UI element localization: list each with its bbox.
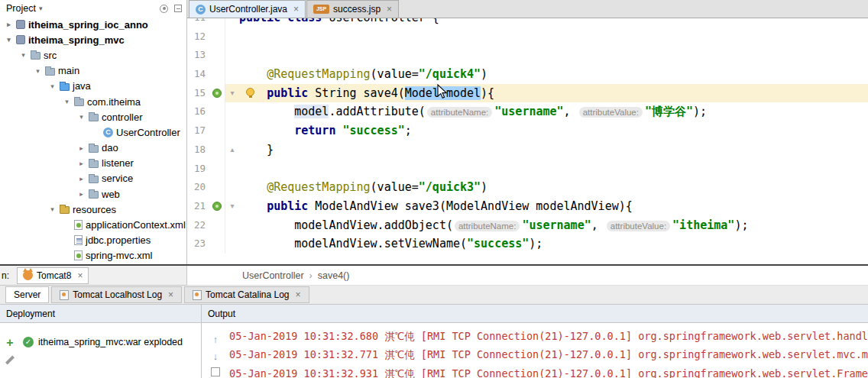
folder-icon (45, 68, 55, 76)
fold-end-icon[interactable]: ▴ (225, 141, 239, 160)
tree-item-label: itheima_spring_mvc (28, 34, 125, 46)
chevron-down-icon[interactable]: ▾ (47, 205, 58, 213)
tree-item-main[interactable]: ▾main (0, 63, 186, 79)
line-number[interactable]: 17 (187, 121, 210, 141)
tree-item-resources[interactable]: ▾resources (0, 202, 186, 217)
tomcat-icon (23, 270, 33, 280)
tree-item-itheima-spring-mvc[interactable]: ▾itheima_spring_mvc (0, 32, 186, 47)
line-number[interactable]: 16 (187, 102, 210, 121)
source-folder-icon (60, 83, 70, 91)
chevron-down-icon[interactable]: ▾ (76, 113, 87, 121)
tree-item-usercontroller[interactable]: CUserController (0, 124, 186, 140)
chevron-down-icon[interactable]: ▾ (32, 67, 44, 75)
spring-bean-icon[interactable] (212, 202, 222, 211)
tree-item-label: spring-mvc.xml (86, 250, 152, 261)
deployed-ok-icon: ✓ (23, 337, 34, 347)
close-icon[interactable]: × (293, 4, 299, 15)
chevron-right-icon[interactable]: ▸ (76, 144, 87, 152)
line-number[interactable]: 19 (187, 160, 210, 179)
run-panel-column-headers: Deployment Output (0, 305, 868, 323)
line-number[interactable]: 21 (187, 197, 210, 216)
code-token: "username" (522, 218, 591, 232)
tree-item-java[interactable]: ▾java (0, 79, 186, 94)
top-region: Project ▾ ▸itheima_spring_ioc_anno▾ithei… (0, 0, 868, 264)
fold-start-icon[interactable]: ▾ (225, 84, 239, 103)
line-number[interactable]: 23 (187, 234, 210, 254)
line-number[interactable]: 15 (187, 84, 210, 103)
soft-wrap-icon[interactable] (211, 367, 220, 376)
close-icon[interactable]: × (387, 4, 392, 15)
tree-item-listener[interactable]: ▸listener (0, 156, 186, 171)
gear-icon[interactable] (160, 5, 168, 13)
close-icon[interactable]: × (77, 270, 83, 281)
tree-item-dao[interactable]: ▸dao (0, 141, 186, 156)
intention-bulb-icon[interactable] (246, 88, 254, 96)
code-token: ); (734, 218, 748, 232)
line-number[interactable]: 18 (187, 141, 210, 160)
edit-icon[interactable] (5, 355, 15, 364)
add-icon[interactable]: + (6, 338, 13, 347)
highlighted-usage: model (294, 105, 329, 118)
line-text (239, 27, 868, 47)
line-number[interactable]: 13 (187, 46, 210, 65)
tree-item-web[interactable]: ▸web (0, 186, 186, 202)
line-text: public class UserController { (239, 18, 868, 27)
line-number[interactable]: 12 (187, 27, 210, 47)
fold-spacer (225, 160, 239, 179)
tree-item-src[interactable]: ▾src (0, 47, 186, 63)
deployment-item[interactable]: ✓ itheima_spring_mvc:war exploded (20, 337, 201, 347)
code-token: @RequestMapping (267, 180, 370, 194)
tab-tomcat-catalina-log[interactable]: Tomcat Catalina Log × (184, 286, 309, 303)
code-token: (value= (371, 180, 419, 194)
project-tree: ▸itheima_spring_ioc_anno▾itheima_spring_… (0, 17, 186, 263)
collapse-all-icon[interactable] (174, 5, 182, 12)
project-view-selector[interactable]: Project ▾ (6, 3, 42, 14)
chevron-down-icon[interactable]: ▾ (47, 82, 58, 90)
deployment-list: ✓ itheima_spring_mvc:war exploded (20, 323, 201, 378)
breadcrumb-item-class[interactable]: UserController (242, 270, 304, 281)
line-number[interactable]: 11 (187, 18, 210, 27)
tree-item-jdbc-properties[interactable]: jdbc.properties (0, 233, 186, 248)
chevron-right-icon[interactable]: ▸ (76, 160, 87, 167)
chevron-down-icon[interactable]: ▾ (3, 36, 15, 44)
tree-item-service[interactable]: ▸service (0, 171, 186, 186)
code-token: "success" (467, 237, 529, 250)
tab-usercontroller-java[interactable]: C UserController.java × (189, 0, 306, 18)
project-panel: Project ▾ ▸itheima_spring_ioc_anno▾ithei… (0, 0, 187, 264)
tab-tomcat-localhost-log[interactable]: Tomcat Localhost Log × (51, 286, 182, 303)
tree-item-spring-mvc-xml[interactable]: spring-mvc.xml (0, 248, 186, 263)
fold-spacer (225, 18, 239, 27)
run-config-tab-tomcat8[interactable]: Tomcat8 × (17, 267, 89, 284)
close-icon[interactable]: × (168, 289, 173, 300)
chevron-right-icon[interactable]: ▸ (76, 175, 87, 183)
tab-server[interactable]: Server (5, 286, 49, 303)
gutter-icon-slot (210, 141, 225, 160)
down-arrow-icon[interactable]: ↓ (213, 351, 219, 362)
tree-item-com-itheima[interactable]: ▾com.itheima (0, 94, 186, 109)
code-line-16: 16 model.addAttribute(attributeName:"use… (187, 102, 868, 121)
console-output[interactable]: 05-Jan-2019 10:31:32.680 淇℃伅 [RMI TCP Co… (229, 323, 868, 378)
fold-start-icon[interactable]: ▾ (225, 197, 239, 216)
spring-bean-icon[interactable] (212, 89, 222, 98)
breadcrumb-item-method[interactable]: save4() (318, 270, 350, 281)
deployment-column-header: Deployment (0, 305, 201, 322)
tab-success-jsp[interactable]: JSP success.jsp × (306, 0, 399, 18)
chevron-down-icon[interactable]: ▾ (61, 98, 73, 105)
close-icon[interactable]: × (296, 289, 301, 300)
up-arrow-icon[interactable]: ↑ (213, 334, 219, 345)
chevron-down-icon[interactable]: ▾ (18, 51, 29, 59)
log-file-icon (60, 290, 69, 300)
jsp-file-icon: JSP (313, 5, 329, 14)
tree-item-applicationcontext-xml[interactable]: applicationContext.xml (0, 217, 186, 232)
line-number[interactable]: 20 (187, 178, 210, 197)
tab-label: success.jsp (333, 4, 381, 15)
chevron-right-icon[interactable]: ▸ (76, 190, 87, 198)
line-number[interactable]: 14 (187, 65, 210, 84)
line-number[interactable]: 22 (187, 216, 210, 235)
tree-item-controller[interactable]: ▾controller (0, 109, 186, 124)
fold-spacer (225, 178, 239, 197)
chevron-right-icon[interactable]: ▸ (3, 21, 15, 28)
tree-item-itheima-spring-ioc-anno[interactable]: ▸itheima_spring_ioc_anno (0, 17, 186, 32)
code-editor[interactable]: 11public class UserController {121314 @R… (187, 18, 868, 264)
code-line-18: 18▴ } (187, 141, 868, 160)
